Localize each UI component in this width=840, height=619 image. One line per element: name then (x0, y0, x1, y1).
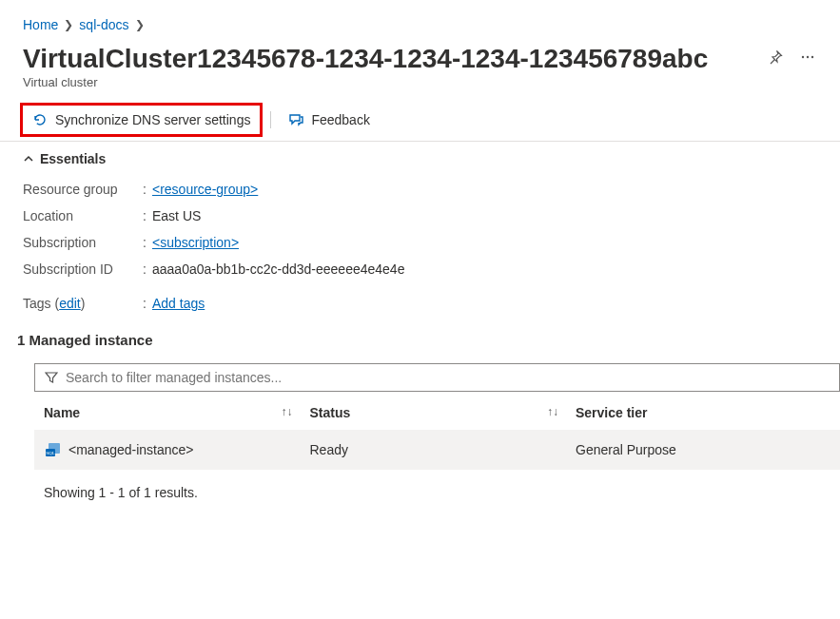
toolbar: Synchronize DNS server settings Feedback (0, 99, 840, 142)
pin-icon (768, 49, 783, 65)
tags-label: Tags (edit) (23, 296, 143, 311)
breadcrumb-parent[interactable]: sql-docs (79, 17, 128, 32)
location-value: East US (152, 208, 201, 223)
sort-icon: ↑↓ (547, 405, 558, 418)
svg-point-2 (811, 56, 813, 58)
filter-icon (45, 371, 58, 384)
subscription-label: Subscription (23, 235, 143, 250)
breadcrumb-home[interactable]: Home (23, 17, 58, 32)
sort-icon: ↑↓ (282, 405, 293, 418)
sql-instance-icon: SQL (44, 441, 61, 458)
chevron-up-icon (23, 153, 34, 164)
tags-edit-link[interactable]: edit (59, 296, 81, 311)
refresh-icon (32, 112, 48, 127)
essentials-header: Essentials (40, 151, 106, 166)
managed-instance-table-wrap: Name ↑↓ Status ↑↓ Service tier (0, 363, 840, 512)
table-row[interactable]: SQL <managed-instance> Ready General Pur… (34, 430, 840, 470)
toolbar-separator (270, 111, 271, 128)
resource-group-link[interactable]: <resource-group> (152, 182, 258, 197)
column-status[interactable]: Status ↑↓ (301, 396, 567, 430)
resource-group-label: Resource group (23, 182, 143, 197)
breadcrumb: Home ❯ sql-docs ❯ (0, 0, 840, 38)
subscription-id-label: Subscription ID (23, 261, 143, 277)
instance-status: Ready (301, 430, 567, 470)
chevron-right-icon: ❯ (135, 18, 145, 31)
page-header: VirtualCluster12345678-1234-1234-1234-12… (0, 38, 840, 75)
column-tier[interactable]: Service tier (566, 396, 840, 430)
subscription-id-value: aaaa0a0a-bb1b-cc2c-dd3d-eeeeee4e4e4e (152, 261, 404, 277)
managed-instance-table: Name ↑↓ Status ↑↓ Service tier (34, 396, 840, 470)
svg-point-0 (802, 56, 804, 58)
results-summary: Showing 1 - 1 of 1 results. (34, 470, 840, 512)
instance-name: <managed-instance> (68, 442, 194, 457)
managed-instance-section-title: 1 Managed instance (0, 330, 840, 363)
search-bar[interactable] (34, 363, 840, 392)
instance-tier: General Purpose (566, 430, 840, 470)
feedback-button[interactable]: Feedback (279, 106, 379, 134)
svg-text:SQL: SQL (46, 451, 54, 455)
column-name[interactable]: Name ↑↓ (34, 396, 301, 430)
svg-point-1 (807, 56, 809, 58)
pin-button[interactable] (766, 48, 785, 69)
add-tags-link[interactable]: Add tags (152, 296, 205, 311)
essentials-panel: Resource group : <resource-group> Locati… (0, 170, 840, 330)
more-button[interactable] (798, 48, 817, 69)
chevron-right-icon: ❯ (64, 18, 73, 31)
location-label: Location (23, 208, 143, 223)
sync-dns-label: Synchronize DNS server settings (55, 112, 250, 127)
search-input[interactable] (66, 370, 830, 385)
ellipsis-icon (800, 49, 815, 65)
sync-dns-button[interactable]: Synchronize DNS server settings (23, 106, 260, 134)
page-title: VirtualCluster12345678-1234-1234-1234-12… (23, 42, 752, 75)
feedback-label: Feedback (311, 112, 369, 127)
subscription-link[interactable]: <subscription> (152, 235, 239, 250)
essentials-toggle[interactable]: Essentials (0, 142, 840, 170)
page-subtitle: Virtual cluster (0, 75, 840, 99)
feedback-icon (288, 112, 303, 127)
